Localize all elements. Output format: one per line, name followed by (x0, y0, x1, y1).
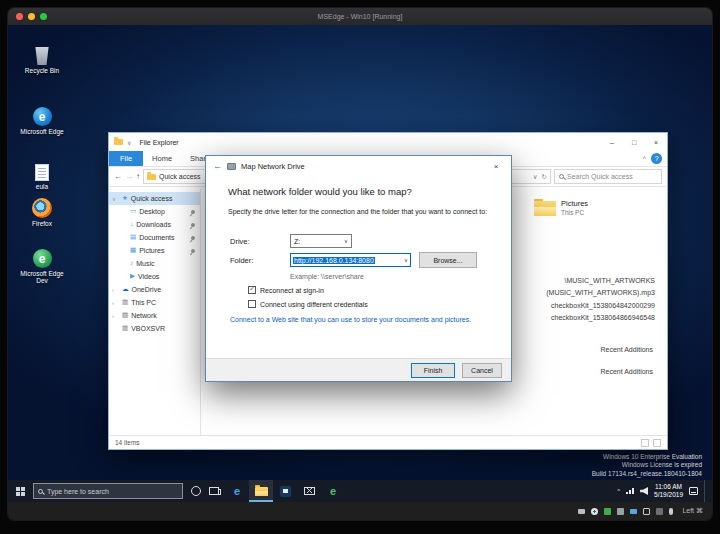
vm-titlebar[interactable]: MSEdge - Win10 [Running] (8, 8, 712, 25)
system-tray: ^ 11:06 AM 5/19/2019 (617, 480, 712, 502)
cd-status-icon[interactable] (591, 508, 598, 515)
shared-folders-status-icon[interactable] (630, 509, 637, 514)
recent-file-item[interactable]: \MUSIC_WITH_ARTWORKS (565, 277, 656, 284)
edge-icon: e (33, 107, 52, 126)
display-status-icon[interactable] (643, 508, 650, 515)
taskbar-edge-dev-button[interactable]: e (321, 480, 345, 502)
desktop-icon-edge-dev[interactable]: e Microsoft Edge Dev (17, 249, 67, 285)
desktop-icon-recycle-bin[interactable]: Recycle Bin (17, 47, 67, 74)
quick-access-toolbar-icon[interactable]: ∨ (127, 139, 131, 146)
show-desktop-button[interactable] (704, 480, 707, 502)
recent-file-item[interactable]: checkboxKit_1538064866946548 (551, 314, 655, 321)
thumbnails-view-button[interactable] (653, 439, 661, 447)
tray-chevron-up-icon[interactable]: ^ (617, 488, 620, 494)
sidebar-item-this-pc[interactable]: › ▥ This PC (109, 296, 200, 309)
drive-select[interactable]: Z: ∨ (290, 234, 352, 248)
sidebar-item-onedrive[interactable]: › ☁ OneDrive (109, 283, 200, 296)
sidebar-item-pictures[interactable]: ▦ Pictures (109, 244, 200, 257)
chevron-down-icon[interactable]: ∨ (533, 173, 538, 181)
desktop-icon-eula[interactable]: eula (17, 164, 67, 190)
tab-file[interactable]: File (109, 151, 143, 166)
zoom-vm-button[interactable] (40, 13, 47, 20)
mouse-status-icon[interactable] (669, 508, 673, 515)
cancel-button[interactable]: Cancel (462, 363, 502, 378)
sidebar-item-documents[interactable]: ▤ Documents (109, 231, 200, 244)
ribbon-collapse-icon[interactable]: ^ (643, 155, 646, 162)
taskbar-edge-button[interactable]: e (225, 480, 249, 502)
expander-icon[interactable]: › (112, 287, 114, 293)
taskbar-mail-button[interactable] (297, 480, 321, 502)
sidebar-item-quick-access[interactable]: ∨ ★ Quick access (109, 192, 200, 205)
expander-icon[interactable]: › (112, 313, 114, 319)
tab-home[interactable]: Home (143, 151, 181, 166)
cortana-icon[interactable] (191, 486, 201, 496)
windows-desktop[interactable]: Recycle Bin e Microsoft Edge eula Firefo… (8, 25, 712, 480)
reconnect-checkbox-row[interactable]: ✓ Reconnect at sign-in (248, 286, 324, 294)
connect-website-link[interactable]: Connect to a Web site that you can use t… (230, 316, 497, 323)
volume-icon[interactable] (640, 487, 648, 495)
reconnect-checkbox[interactable]: ✓ (248, 286, 256, 294)
usb-status-icon[interactable] (617, 508, 624, 515)
back-icon[interactable]: ← (213, 162, 222, 171)
clock-date: 5/19/2019 (654, 491, 683, 499)
close-vm-button[interactable] (16, 13, 23, 20)
folder-tile-pictures[interactable]: Pictures This PC (534, 199, 588, 216)
explorer-app-icon (114, 139, 123, 145)
help-icon[interactable]: ? (651, 153, 662, 164)
maximize-icon[interactable]: □ (623, 133, 645, 151)
close-icon[interactable]: × (645, 133, 667, 151)
close-icon[interactable]: × (481, 156, 511, 177)
sidebar-item-desktop[interactable]: ▭ Desktop (109, 205, 200, 218)
sidebar-item-label: Music (136, 260, 154, 267)
dialog-titlebar[interactable]: ← Map Network Drive × (206, 156, 511, 177)
recent-file-item[interactable]: (MUSIC_WITH_ARTWORKS).mp3 (546, 289, 655, 296)
sidebar-item-downloads[interactable]: ↓ Downloads (109, 218, 200, 231)
expander-icon[interactable]: ∨ (112, 196, 116, 202)
recent-group-label[interactable]: Recent Additions (600, 368, 653, 375)
browse-button[interactable]: Browse... (419, 252, 477, 268)
details-view-button[interactable] (641, 439, 649, 447)
taskbar-explorer-button[interactable] (249, 480, 273, 502)
sidebar-item-videos[interactable]: ▶ Videos (109, 270, 200, 283)
taskbar-search-input[interactable]: Type here to search (33, 483, 183, 499)
this-pc-icon: ▥ (122, 299, 128, 306)
back-icon[interactable]: ← (114, 173, 122, 181)
host-key-label: Left ⌘ (682, 507, 703, 515)
drive-label: Drive: (230, 237, 250, 246)
network-status-icon[interactable] (604, 508, 611, 515)
recording-status-icon[interactable] (656, 508, 663, 515)
expander-icon[interactable]: › (112, 300, 114, 306)
dialog-subtext: Specify the drive letter for the connect… (228, 208, 489, 215)
desktop-icon-firefox[interactable]: Firefox (17, 198, 67, 227)
explorer-titlebar[interactable]: ∨ File Explorer – □ × (109, 133, 667, 151)
finish-button[interactable]: Finish (411, 363, 455, 378)
refresh-icon[interactable]: ↻ (542, 173, 547, 181)
taskbar-clock[interactable]: 11:06 AM 5/19/2019 (654, 483, 683, 499)
hdd-status-icon[interactable] (578, 509, 585, 514)
forward-icon[interactable]: → (125, 173, 133, 181)
recycle-bin-icon (35, 47, 50, 65)
action-center-icon[interactable] (689, 487, 698, 495)
minimize-vm-button[interactable] (28, 13, 35, 20)
recent-group-label[interactable]: Recent Additions (600, 346, 653, 353)
chevron-down-icon[interactable]: ∨ (404, 257, 408, 263)
explorer-title: File Explorer (139, 139, 178, 146)
sidebar-item-network[interactable]: › ▧ Network (109, 309, 200, 322)
license-watermark: Windows 10 Enterprise Evaluation Windows… (592, 453, 702, 478)
start-button[interactable] (8, 480, 33, 502)
up-icon[interactable]: ↑ (136, 173, 140, 181)
folder-combobox[interactable]: http://192.168.0.134:8080 ∨ (290, 253, 411, 267)
status-bar: 14 items (109, 435, 667, 449)
credentials-checkbox-row[interactable]: Connect using different credentials (248, 300, 368, 308)
search-input[interactable]: Search Quick access (554, 169, 662, 184)
traffic-lights (16, 13, 47, 20)
credentials-checkbox[interactable] (248, 300, 256, 308)
sidebar-item-vboxsvr[interactable]: ▥ VBOXSVR (109, 322, 200, 335)
desktop-icon-edge[interactable]: e Microsoft Edge (17, 107, 67, 135)
network-tray-icon[interactable] (626, 488, 634, 494)
sidebar-item-music[interactable]: ♪ Music (109, 257, 200, 270)
task-view-icon[interactable] (209, 487, 219, 495)
minimize-icon[interactable]: – (601, 133, 623, 151)
taskbar-store-button[interactable] (273, 480, 297, 502)
recent-file-item[interactable]: checkboxKit_1538064842000299 (551, 302, 655, 309)
